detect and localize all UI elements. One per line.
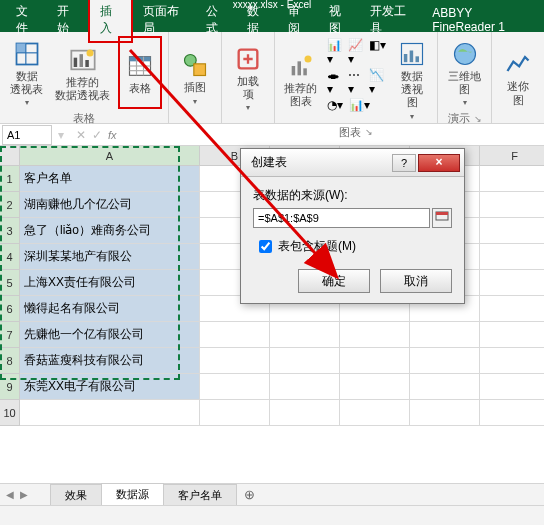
recommend-charts-button[interactable]: 推荐的 图表 bbox=[280, 36, 321, 123]
cell[interactable] bbox=[270, 348, 340, 374]
cell[interactable] bbox=[480, 322, 544, 348]
sheet-tab-source[interactable]: 数据源 bbox=[101, 483, 164, 507]
illustrations-button[interactable]: 插图 ▾ bbox=[175, 36, 215, 119]
select-all-corner[interactable] bbox=[0, 146, 20, 166]
formula-bar: A1 ▾ ✕ ✓ fx bbox=[0, 124, 544, 146]
row-header[interactable]: 8 bbox=[0, 348, 20, 374]
sheet-nav-next-icon[interactable]: ▶ bbox=[20, 489, 28, 500]
stock-chart-icon[interactable]: 📊▾ bbox=[349, 98, 370, 112]
cell[interactable] bbox=[340, 322, 410, 348]
cell[interactable] bbox=[340, 400, 410, 426]
group-demo: 三维地 图 ▾ 演示 ↘ bbox=[438, 32, 492, 123]
cell[interactable] bbox=[480, 218, 544, 244]
row-header[interactable]: 6 bbox=[0, 296, 20, 322]
range-input[interactable] bbox=[253, 208, 430, 228]
cancel-edit-icon[interactable]: ✕ bbox=[76, 128, 86, 142]
cell[interactable] bbox=[200, 322, 270, 348]
cell[interactable]: 东莞XX电子有限公司 bbox=[20, 374, 200, 400]
sheet-nav-prev-icon[interactable]: ◀ bbox=[6, 489, 14, 500]
cell[interactable] bbox=[410, 348, 480, 374]
row-header[interactable]: 2 bbox=[0, 192, 20, 218]
cell[interactable] bbox=[410, 400, 480, 426]
name-box[interactable]: A1 bbox=[2, 125, 52, 145]
row-header[interactable]: 10 bbox=[0, 400, 20, 426]
cell[interactable]: 上海XX责任有限公司 bbox=[20, 270, 200, 296]
headers-checkbox-label[interactable]: 表包含标题(M) bbox=[259, 238, 452, 255]
cell[interactable] bbox=[480, 192, 544, 218]
cell[interactable] bbox=[480, 244, 544, 270]
sheet-tab-effect[interactable]: 效果 bbox=[50, 484, 102, 506]
cell[interactable] bbox=[480, 270, 544, 296]
sheet-tab-customers[interactable]: 客户名单 bbox=[163, 484, 237, 506]
scatter-chart-icon[interactable]: ⋯▾ bbox=[348, 68, 363, 96]
row-header[interactable]: 5 bbox=[0, 270, 20, 296]
cell[interactable]: 客户名单 bbox=[20, 166, 200, 192]
sparkline-button[interactable]: 迷你图 bbox=[498, 36, 538, 119]
waterfall-chart-icon[interactable]: 🕳▾ bbox=[327, 68, 342, 96]
demo-launcher-icon[interactable]: ↘ bbox=[474, 114, 482, 124]
recommend-pivot-label: 推荐的 数据透视表 bbox=[55, 76, 110, 102]
column-header[interactable]: F bbox=[480, 146, 544, 166]
charts-launcher-icon[interactable]: ↘ bbox=[365, 127, 373, 137]
cell[interactable] bbox=[410, 322, 480, 348]
cell[interactable]: 懒得起名有限公司 bbox=[20, 296, 200, 322]
add-sheet-button[interactable]: ⊕ bbox=[236, 484, 263, 505]
headers-checkbox[interactable] bbox=[259, 240, 272, 253]
cell[interactable] bbox=[480, 166, 544, 192]
pivot-table-button[interactable]: 数据 透视表 ▾ bbox=[6, 36, 47, 109]
hierarchy-chart-icon[interactable]: ◧▾ bbox=[369, 38, 386, 66]
combo-chart-icon[interactable]: 📉▾ bbox=[369, 68, 386, 96]
cell[interactable] bbox=[480, 296, 544, 322]
cell[interactable] bbox=[410, 374, 480, 400]
confirm-edit-icon[interactable]: ✓ bbox=[92, 128, 102, 142]
svg-rect-24 bbox=[410, 51, 414, 63]
row-header[interactable]: 1 bbox=[0, 166, 20, 192]
cell[interactable] bbox=[200, 400, 270, 426]
cell[interactable] bbox=[480, 348, 544, 374]
svg-point-26 bbox=[454, 44, 475, 65]
chevron-down-icon: ▾ bbox=[25, 98, 29, 107]
cell[interactable] bbox=[270, 322, 340, 348]
row-header[interactable]: 3 bbox=[0, 218, 20, 244]
cell[interactable] bbox=[200, 348, 270, 374]
row-header[interactable]: 7 bbox=[0, 322, 20, 348]
range-selector-button[interactable] bbox=[432, 208, 452, 228]
cell[interactable] bbox=[200, 374, 270, 400]
svg-rect-25 bbox=[416, 56, 420, 62]
cell[interactable]: 急了（liǎo）难商务公司 bbox=[20, 218, 200, 244]
cell[interactable] bbox=[480, 374, 544, 400]
group-charts: 推荐的 图表 📊▾ 📈▾ ◧▾ 🕳▾ ⋯▾ 📉▾ ◔▾ 📊▾ bbox=[275, 32, 438, 123]
cell[interactable]: 湖南赚他几个亿公司 bbox=[20, 192, 200, 218]
recommend-pivot-button[interactable]: 推荐的 数据透视表 bbox=[51, 36, 114, 109]
cancel-button[interactable]: 取消 bbox=[380, 269, 452, 293]
ok-button[interactable]: 确定 bbox=[298, 269, 370, 293]
pie-chart-icon[interactable]: ◔▾ bbox=[327, 98, 343, 112]
fx-icon[interactable]: fx bbox=[108, 129, 117, 141]
cell[interactable] bbox=[340, 348, 410, 374]
line-chart-icon[interactable]: 📈▾ bbox=[348, 38, 363, 66]
cell[interactable] bbox=[340, 374, 410, 400]
bar-chart-icon[interactable]: 📊▾ bbox=[327, 38, 342, 66]
name-box-dropdown-icon[interactable]: ▾ bbox=[54, 128, 68, 142]
map3d-button[interactable]: 三维地 图 ▾ bbox=[444, 36, 485, 109]
group-demo-label: 演示 bbox=[448, 111, 470, 126]
row-header[interactable]: 9 bbox=[0, 374, 20, 400]
column-header[interactable]: A bbox=[20, 146, 200, 166]
cell[interactable]: 深圳某某地产有限公 bbox=[20, 244, 200, 270]
cell[interactable]: 香菇蓝瘦科技有限公司 bbox=[20, 348, 200, 374]
cell[interactable] bbox=[480, 400, 544, 426]
chevron-down-icon: ▾ bbox=[463, 98, 467, 107]
cell[interactable] bbox=[270, 400, 340, 426]
table-button[interactable]: 表格 bbox=[118, 36, 162, 109]
dialog-close-button[interactable]: × bbox=[418, 154, 460, 172]
dialog-help-button[interactable]: ? bbox=[392, 154, 416, 172]
row-headers: 12345678910 bbox=[0, 166, 20, 426]
row-header[interactable]: 4 bbox=[0, 244, 20, 270]
dialog-title-bar[interactable]: 创建表 ? × bbox=[241, 149, 464, 177]
addins-button[interactable]: 加载 项 ▾ bbox=[228, 36, 268, 119]
illustrations-icon bbox=[179, 49, 211, 81]
pivot-chart-button[interactable]: 数据透视图 ▾ bbox=[392, 36, 432, 123]
cell[interactable]: 先赚他一个亿有限公司 bbox=[20, 322, 200, 348]
cell[interactable] bbox=[270, 374, 340, 400]
cell[interactable] bbox=[20, 400, 200, 426]
